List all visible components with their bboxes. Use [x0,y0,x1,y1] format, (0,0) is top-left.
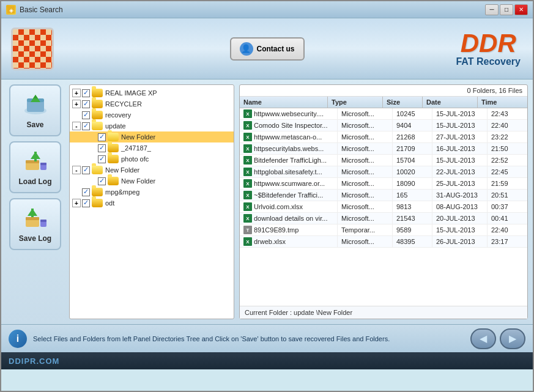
file-time: 22:45 [488,166,527,177]
col-time[interactable]: Time [478,97,517,108]
file-type: Microsoft... [338,131,393,142]
title-bar-left: ◈ Basic Search [6,5,63,15]
file-type: Microsoft... [338,201,393,212]
file-time: 00:37 [488,201,527,212]
info-icon: i [9,330,27,348]
load-log-button[interactable]: Load Log [9,141,61,193]
file-size: 165 [393,190,432,201]
checkbox-recovery[interactable] [82,111,90,119]
tree-item-update[interactable]: - update [70,120,234,131]
folder-icon-update [92,122,103,130]
tree-item-new-folder-2[interactable]: - New Folder [70,165,234,176]
file-row[interactable]: Xhttpwww.metascan-o... Microsoft... 2126… [240,131,527,143]
file-row[interactable]: Xdrweb.xlsx Microsoft... 48395 26-JUL-20… [240,236,527,248]
file-date: 25-JUL-2013 [432,178,488,189]
excel-icon: X [243,168,252,176]
excel-icon: X [243,202,252,211]
file-row[interactable]: Xhttpwww.websecurity.... Microsoft... 10… [240,108,527,120]
file-rows[interactable]: Xhttpwww.websecurity.... Microsoft... 10… [240,108,527,306]
svg-rect-16 [40,220,46,222]
svg-text:◈: ◈ [9,7,13,13]
file-name: T891C9E89.tmp [240,224,338,235]
file-date: 15-JUL-2013 [432,155,488,166]
file-type: Microsoft... [338,178,393,189]
current-folder-label: Current Folder : [245,309,292,316]
file-row[interactable]: XUrlvoid.com.xlsx Microsoft... 9813 08-A… [240,201,527,213]
checkbox-new-folder-3[interactable] [98,177,106,185]
tree-item-new-folder-selected[interactable]: New Folder [70,131,234,142]
folder-icon-recycler [92,100,103,108]
label-new-folder-2: New Folder [105,166,139,174]
save-label: Save [26,120,43,129]
file-name: Xhttpwww.websecurity.... [240,108,338,119]
expand-real-image-xp[interactable]: + [72,89,81,97]
checkbox-odt[interactable] [82,199,90,207]
expand-recycler[interactable]: + [72,100,81,108]
folder-icon-new-folder-2 [92,166,103,174]
file-row[interactable]: Xhttpwww.scumware.or... Microsoft... 180… [240,178,527,190]
tree-item-odt[interactable]: + odt [70,198,234,209]
file-time: 23:17 [488,236,527,247]
maximize-button[interactable]: □ [500,4,513,15]
checkbox-photo-ofc[interactable] [98,155,106,163]
file-time: 22:43 [488,108,527,119]
checkbox-new-folder-2[interactable] [82,166,90,174]
expand-odt[interactable]: + [72,199,81,207]
label-recycler: RECYCLER [105,100,142,108]
save-button[interactable]: Save [9,84,61,136]
excel-icon: X [243,237,252,246]
save-log-icon [22,206,49,231]
header: 👤 Contact us DDR FAT Recovery [1,18,533,80]
expand-new-folder-2[interactable]: - [72,166,81,174]
save-log-button[interactable]: Save Log [9,198,61,250]
file-type: Microsoft... [338,108,393,119]
file-row[interactable]: X~$Bitdefender Traffici... Microsoft... … [240,190,527,201]
svg-rect-12 [40,163,46,165]
file-date: 08-AUG-2013 [432,201,488,212]
tree-scroll[interactable]: + REAL IMAGE XP + RECYCLER recovery [70,85,234,319]
checkbox-real-image-xp[interactable] [82,89,90,97]
app-logo [11,28,54,70]
file-size: 10020 [393,166,432,177]
checkbox-247187[interactable] [98,144,106,152]
checkbox-update[interactable] [82,122,90,130]
back-button[interactable]: ◀ [470,328,496,349]
file-type: Microsoft... [338,143,393,154]
file-size: 9589 [393,224,432,235]
file-panel: 0 Folders, 16 Files Name Type Size Date … [239,84,528,319]
col-name[interactable]: Name [240,97,328,108]
contact-us-button[interactable]: 👤 Contact us [229,37,304,61]
file-row[interactable]: Xdownload details on vir... Microsoft...… [240,213,527,224]
folder-icon-recovery [92,111,103,119]
tree-item-247187[interactable]: _247187_ [70,142,234,153]
file-name: Xhttpwww.metascan-o... [240,131,338,142]
file-size: 21268 [393,131,432,142]
col-type[interactable]: Type [328,97,383,108]
file-row[interactable]: Xhttpglobal.sitesafety.t... Microsoft...… [240,166,527,178]
file-row[interactable]: Xhttpsecuritylabs.webs... Microsoft... 2… [240,143,527,155]
label-update: update [105,122,126,130]
col-date[interactable]: Date [423,97,478,108]
svg-rect-10 [34,152,37,161]
file-size: 21543 [393,213,432,224]
checkbox-recycler[interactable] [82,100,90,108]
checkbox-mpg-mpeg[interactable] [82,188,90,196]
minimize-button[interactable]: ─ [485,4,499,15]
checkbox-new-folder-sel[interactable] [98,133,106,141]
file-size: 9404 [393,120,432,131]
col-size[interactable]: Size [383,97,423,108]
excel-icon: X [243,179,252,188]
file-row[interactable]: XComodo Site Inspector... Microsoft... 9… [240,120,527,131]
file-row[interactable]: XBitdefender TrafficLigh... Microsoft...… [240,155,527,166]
expand-update[interactable]: - [72,122,81,130]
close-button[interactable]: ✕ [514,4,528,15]
file-date: 15-JUL-2013 [432,120,488,131]
footer: DDIPR.COM [1,352,533,369]
file-row[interactable]: T891C9E89.tmp Temporar... 9589 15-JUL-20… [240,224,527,236]
forward-button[interactable]: ▶ [500,328,525,349]
file-name: Xdrweb.xlsx [240,236,338,247]
contact-icon: 👤 [239,42,253,56]
status-bar: i Select Files and Folders from left Pan… [1,324,533,352]
label-new-folder-sel: New Folder [121,133,155,141]
main-content: Save Load Log Save Log [1,80,533,324]
